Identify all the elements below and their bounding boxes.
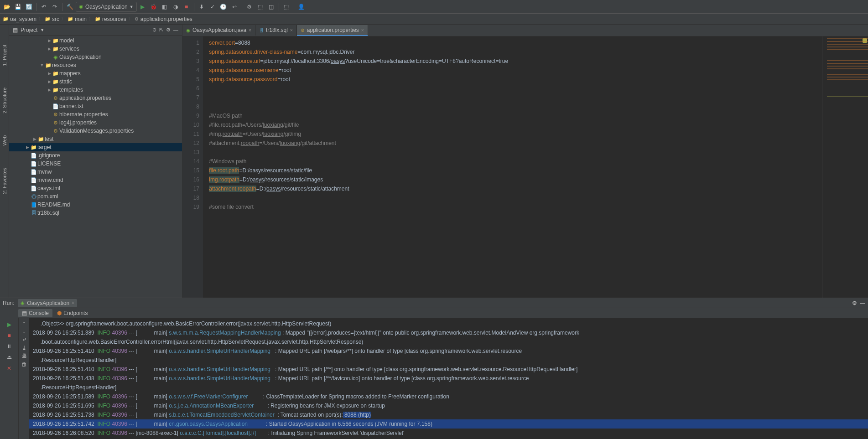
vcs-update-icon[interactable]: ⬇ bbox=[197, 2, 207, 12]
chevron-down-icon: ▼ bbox=[40, 28, 44, 32]
chevron-down-icon: ▼ bbox=[130, 5, 134, 9]
tree-item[interactable]: ▶📁mappers bbox=[9, 69, 182, 77]
sync-icon[interactable]: 🔃 bbox=[24, 2, 34, 12]
tree-item[interactable]: ⚙hibernate.properties bbox=[9, 110, 182, 119]
tree-item[interactable]: 📄oasys.iml bbox=[9, 184, 182, 192]
editor-area: ◉OasysApplication.java×🗄tr18lx.sql×⚙appl… bbox=[182, 25, 868, 298]
redo-icon[interactable]: ↷ bbox=[50, 2, 60, 12]
vcs-history-icon[interactable]: 🕒 bbox=[218, 2, 229, 12]
save-icon[interactable]: 💾 bbox=[13, 2, 23, 12]
exit-icon[interactable]: ⏏ bbox=[5, 353, 14, 362]
structure-tab[interactable]: 2: Structure bbox=[1, 86, 8, 115]
console-tab[interactable]: ▤ Console bbox=[18, 309, 52, 317]
rerun-icon[interactable]: ▶ bbox=[5, 320, 14, 329]
project-tree[interactable]: ▶📁model▶📁services◉OasysApplication▼📁reso… bbox=[9, 36, 182, 298]
web-tab[interactable]: Web bbox=[1, 134, 8, 147]
tree-item[interactable]: ▶📁services bbox=[9, 45, 182, 53]
pause-icon[interactable]: ⏸ bbox=[5, 342, 14, 351]
tool-icon[interactable]: ⬚ bbox=[255, 2, 265, 12]
close-icon[interactable]: × bbox=[72, 300, 74, 305]
console-line: 2018-09-26 16:25:51.389 INFO 40396 --- [… bbox=[29, 328, 868, 337]
collapse-icon[interactable]: ⇱ bbox=[159, 27, 163, 33]
editor-tab[interactable]: ◉OasysApplication.java× bbox=[182, 25, 255, 36]
coverage-icon[interactable]: ◧ bbox=[160, 2, 170, 12]
print-icon[interactable]: 🖶 bbox=[21, 353, 27, 359]
gear-icon[interactable]: ⚙ bbox=[852, 300, 857, 306]
vcs-commit-icon[interactable]: ✓ bbox=[208, 2, 218, 12]
up-icon[interactable]: ↑ bbox=[23, 320, 26, 326]
run-subtabs: ▤ Console ⬢ Endpoints bbox=[0, 308, 868, 318]
hide-icon[interactable]: — bbox=[173, 27, 178, 33]
breadcrumb-item[interactable]: 📁src bbox=[45, 16, 59, 22]
profile-icon[interactable]: ◑ bbox=[171, 2, 181, 12]
tree-item[interactable]: ⚙log4j.properties bbox=[9, 119, 182, 127]
close-icon[interactable]: × bbox=[361, 28, 364, 33]
down-icon[interactable]: ↓ bbox=[23, 328, 26, 335]
favorites-tab[interactable]: 2: Favorites bbox=[1, 166, 8, 196]
run-config-dropdown[interactable]: ◉ OasysApplication ▼ bbox=[76, 2, 137, 12]
stop-icon[interactable]: ■ bbox=[182, 2, 192, 12]
editor-tab[interactable]: 🗄tr18lx.sql× bbox=[255, 25, 297, 36]
run-label: Run: bbox=[3, 300, 14, 306]
tree-item[interactable]: ⚙application.properties bbox=[9, 94, 182, 102]
endpoints-tab[interactable]: ⬢ Endpoints bbox=[53, 309, 91, 317]
minimap[interactable] bbox=[822, 36, 868, 298]
vcs-revert-icon[interactable]: ↩ bbox=[229, 2, 239, 12]
close-icon[interactable]: ✕ bbox=[5, 364, 14, 373]
tree-item[interactable]: ▶📁templates bbox=[9, 86, 182, 94]
breadcrumb-item[interactable]: 📁oa_system bbox=[3, 16, 36, 22]
hide-icon[interactable]: — bbox=[860, 300, 865, 306]
project-title: Project bbox=[21, 27, 37, 33]
tree-item[interactable]: ◉OasysApplication bbox=[9, 53, 182, 61]
open-icon[interactable]: 📂 bbox=[2, 2, 12, 12]
tree-item[interactable]: ▶📁test bbox=[9, 135, 182, 143]
tree-item[interactable]: 📄mvnw.cmd bbox=[9, 176, 182, 184]
breadcrumb: 📁oa_system〉📁src〉📁main〉📁resources〉⚙applic… bbox=[0, 14, 868, 25]
spring-icon: ◉ bbox=[79, 4, 83, 10]
close-icon[interactable]: × bbox=[249, 28, 251, 33]
breadcrumb-item[interactable]: 📁main bbox=[68, 16, 87, 22]
wrap-icon[interactable]: ⤶ bbox=[22, 336, 26, 343]
tree-item[interactable]: ▶📁static bbox=[9, 77, 182, 86]
tree-item[interactable]: 📄LICENSE bbox=[9, 160, 182, 168]
editor-body[interactable]: 12345678910111213141516171819 server.por… bbox=[182, 36, 868, 298]
stop-icon[interactable]: ■ bbox=[5, 331, 14, 340]
clear-icon[interactable]: 🗑 bbox=[21, 361, 27, 367]
breadcrumb-item[interactable]: 📁resources bbox=[95, 16, 126, 22]
run-icon[interactable]: ▶ bbox=[138, 2, 148, 12]
tool-icon[interactable]: 👤 bbox=[296, 2, 307, 12]
tree-item[interactable]: 🗄tr18lx.sql bbox=[9, 209, 182, 217]
project-view-dropdown[interactable]: ▤ Project ▼ bbox=[13, 27, 44, 33]
editor-tab[interactable]: ⚙application.properties× bbox=[297, 25, 368, 36]
tool-icon[interactable]: ⚙ bbox=[244, 2, 255, 12]
gear-icon[interactable]: ⚙ bbox=[166, 27, 171, 33]
close-icon[interactable]: × bbox=[290, 28, 293, 33]
project-header: ▤ Project ▼ ⊙ ⇱ ⚙ — bbox=[9, 25, 182, 36]
tree-item[interactable]: ▶📁target bbox=[9, 143, 182, 151]
run-tool-window: Run: ◉ OasysApplication × ⚙ — ▤ Console … bbox=[0, 298, 868, 439]
spring-icon: ◉ bbox=[21, 300, 25, 305]
code-content[interactable]: server.port=8088 spring.datasource.drive… bbox=[203, 36, 822, 298]
run-tab[interactable]: ◉ OasysApplication × bbox=[18, 299, 77, 307]
scroll-icon[interactable]: ⤓ bbox=[22, 345, 26, 351]
project-tab[interactable]: 1: Project bbox=[1, 43, 8, 67]
debug-icon[interactable]: 🐞 bbox=[149, 2, 159, 12]
tree-item[interactable]: 📄banner.txt bbox=[9, 102, 182, 110]
tree-item[interactable]: ⓜpom.xml bbox=[9, 192, 182, 201]
tree-item[interactable]: ⚙ValidationMessages.properties bbox=[9, 127, 182, 135]
tree-item[interactable]: 📄.gitignore bbox=[9, 151, 182, 160]
tree-item[interactable]: 📄mvnw bbox=[9, 168, 182, 176]
locate-icon[interactable]: ⊙ bbox=[152, 27, 156, 33]
tree-item[interactable]: ▼📁resources bbox=[9, 61, 182, 69]
console-line: 2018-09-26 16:25:51.438 INFO 40396 --- [… bbox=[29, 374, 868, 383]
run-header: Run: ◉ OasysApplication × ⚙ — bbox=[0, 298, 868, 308]
tree-item[interactable]: 📘README.md bbox=[9, 201, 182, 209]
breadcrumb-item[interactable]: ⚙application.properties bbox=[135, 16, 192, 22]
hammer-icon[interactable]: 🔨 bbox=[65, 2, 75, 12]
tool-icon[interactable]: ◫ bbox=[266, 2, 276, 12]
tool-icon[interactable]: ⬚ bbox=[281, 2, 291, 12]
tree-item[interactable]: ▶📁model bbox=[9, 36, 182, 45]
run-config-label: OasysApplication bbox=[85, 4, 128, 10]
console-output[interactable]: .Object>> org.springframework.boot.autoc… bbox=[29, 318, 868, 439]
undo-icon[interactable]: ↶ bbox=[39, 2, 49, 12]
